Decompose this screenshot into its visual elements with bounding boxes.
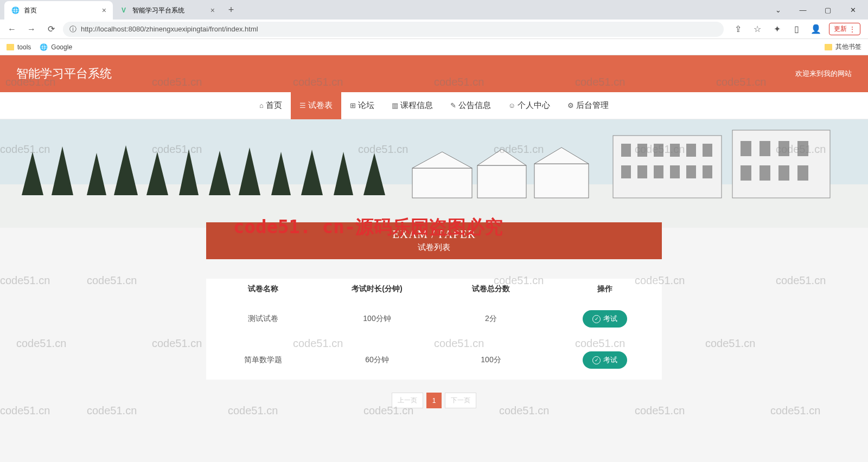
table-row: 测试试卷 100分钟 2分 ✓考试 — [206, 299, 662, 338]
svg-rect-23 — [637, 144, 647, 157]
svg-rect-18 — [534, 164, 589, 198]
svg-rect-21 — [732, 130, 830, 198]
window-controls: ⌄ — ▢ ✕ — [763, 6, 868, 14]
tab-title: 智能学习平台系统 — [132, 6, 184, 15]
sidepanel-icon[interactable]: ▯ — [790, 23, 803, 36]
nav-forum[interactable]: ⊞论坛 — [341, 92, 383, 119]
col-score: 试卷总分数 — [434, 284, 548, 294]
extension-icon[interactable]: ✦ — [770, 23, 783, 36]
svg-rect-36 — [778, 141, 789, 156]
cell-name: 测试试卷 — [206, 314, 320, 324]
exam-button[interactable]: ✓考试 — [583, 310, 627, 328]
other-bookmarks[interactable]: 其他书签 — [825, 42, 861, 52]
svg-rect-28 — [621, 165, 631, 178]
svg-rect-41 — [797, 165, 808, 181]
site-header: 智能学习平台系统 欢迎来到我的网站 — [0, 55, 868, 92]
nav-notice[interactable]: ✎公告信息 — [442, 92, 500, 119]
bookmark-bar: tools 🌐 Google 其他书签 — [0, 39, 868, 55]
check-icon: ✓ — [592, 315, 601, 323]
cell-score: 2分 — [434, 314, 548, 324]
col-action: 操作 — [548, 284, 662, 294]
page-1-button[interactable]: 1 — [426, 393, 442, 408]
col-duration: 考试时长(分钟) — [320, 284, 434, 294]
back-button[interactable]: ← — [4, 22, 20, 37]
svg-rect-38 — [741, 165, 751, 181]
star-icon[interactable]: ☆ — [751, 23, 764, 36]
welcome-text: 欢迎来到我的网站 — [795, 69, 852, 79]
tab-title: 首页 — [24, 6, 37, 15]
section-title-cn: 试卷列表 — [206, 242, 662, 253]
svg-rect-24 — [654, 144, 663, 157]
table-row: 简单数学题 60分钟 100分 ✓考试 — [206, 341, 662, 380]
kebab-icon: ⋮ — [849, 25, 856, 33]
svg-rect-31 — [670, 165, 680, 178]
main-nav: ⌂首页 ☰试卷表 ⊞论坛 ▥课程信息 ✎公告信息 ☺个人中心 ⚙后台管理 — [0, 92, 868, 119]
user-icon: ☺ — [508, 101, 515, 110]
bookmark-google[interactable]: 🌐 Google — [40, 43, 72, 51]
col-name: 试卷名称 — [206, 284, 320, 294]
nav-exam[interactable]: ☰试卷表 — [291, 92, 341, 119]
info-icon: ⓘ — [69, 24, 76, 34]
browser-tab-0[interactable]: 🌐 首页 × — [4, 1, 113, 20]
pagination: 上一页 1 下一页 — [206, 393, 662, 419]
close-icon[interactable]: × — [102, 6, 106, 15]
new-tab-button[interactable]: + — [224, 2, 239, 17]
section-header: EXAM / PAPER 试卷列表 — [206, 222, 662, 259]
svg-rect-16 — [477, 165, 526, 198]
main-content: EXAM / PAPER 试卷列表 试卷名称 考试时长(分钟) 试卷总分数 操作… — [206, 222, 662, 419]
pencil-icon: ✎ — [450, 101, 456, 110]
nav-course[interactable]: ▥课程信息 — [383, 92, 442, 119]
nav-profile[interactable]: ☺个人中心 — [500, 92, 559, 119]
banner-image — [0, 119, 868, 228]
svg-rect-34 — [741, 141, 751, 156]
book-icon: ▥ — [392, 101, 398, 110]
svg-rect-33 — [703, 165, 712, 178]
folder-icon — [825, 44, 832, 50]
folder-icon — [7, 44, 14, 50]
nav-home[interactable]: ⌂首页 — [251, 92, 291, 119]
close-window-icon[interactable]: ✕ — [845, 6, 860, 14]
browser-tab-1[interactable]: V 智能学习平台系统 × — [113, 1, 221, 20]
minimize-icon[interactable]: — — [795, 6, 810, 14]
cell-duration: 100分钟 — [320, 314, 434, 324]
check-icon: ✓ — [592, 356, 601, 364]
next-page-button[interactable]: 下一页 — [445, 393, 476, 408]
reload-button[interactable]: ⟳ — [43, 22, 59, 37]
grid-icon: ⊞ — [350, 101, 356, 110]
svg-rect-39 — [760, 165, 770, 181]
svg-rect-40 — [778, 165, 789, 181]
svg-rect-35 — [760, 141, 770, 156]
exam-table: 试卷名称 考试时长(分钟) 试卷总分数 操作 测试试卷 100分钟 2分 ✓考试… — [206, 279, 662, 380]
update-button[interactable]: 更新 ⋮ — [829, 23, 860, 35]
cell-score: 100分 — [434, 355, 548, 365]
address-bar: ← → ⟳ ⓘ http://localhost:8080/zhinengxue… — [0, 20, 868, 39]
vue-icon: V — [119, 6, 128, 15]
nav-admin[interactable]: ⚙后台管理 — [559, 92, 617, 119]
maximize-icon[interactable]: ▢ — [820, 6, 835, 14]
prev-page-button[interactable]: 上一页 — [392, 393, 423, 408]
chevron-down-icon[interactable]: ⌄ — [770, 6, 786, 14]
share-icon[interactable]: ⇪ — [731, 23, 744, 36]
tab-bar: 🌐 首页 × V 智能学习平台系统 × + ⌄ — ▢ ✕ — [0, 0, 868, 20]
svg-rect-22 — [621, 144, 631, 157]
globe-icon: 🌐 — [11, 6, 20, 15]
bookmark-tools[interactable]: tools — [7, 43, 31, 51]
gear-icon: ⚙ — [567, 101, 574, 110]
url-input[interactable]: ⓘ http://localhost:8080/zhinengxuexiping… — [63, 22, 724, 37]
svg-rect-29 — [637, 165, 647, 178]
home-icon: ⌂ — [259, 101, 264, 110]
svg-rect-32 — [686, 165, 696, 178]
profile-icon[interactable]: 👤 — [809, 23, 822, 36]
svg-rect-26 — [686, 144, 696, 157]
close-icon[interactable]: × — [210, 6, 215, 15]
site-title: 智能学习平台系统 — [16, 66, 112, 82]
forward-button[interactable]: → — [24, 22, 39, 37]
table-header: 试卷名称 考试时长(分钟) 试卷总分数 操作 — [206, 279, 662, 299]
svg-rect-25 — [670, 144, 680, 157]
cell-duration: 60分钟 — [320, 355, 434, 365]
svg-rect-30 — [654, 165, 663, 178]
url-text: http://localhost:8080/zhinengxuexipingta… — [81, 25, 258, 33]
svg-rect-27 — [703, 144, 712, 157]
exam-button[interactable]: ✓考试 — [583, 351, 627, 369]
svg-rect-37 — [797, 141, 808, 156]
